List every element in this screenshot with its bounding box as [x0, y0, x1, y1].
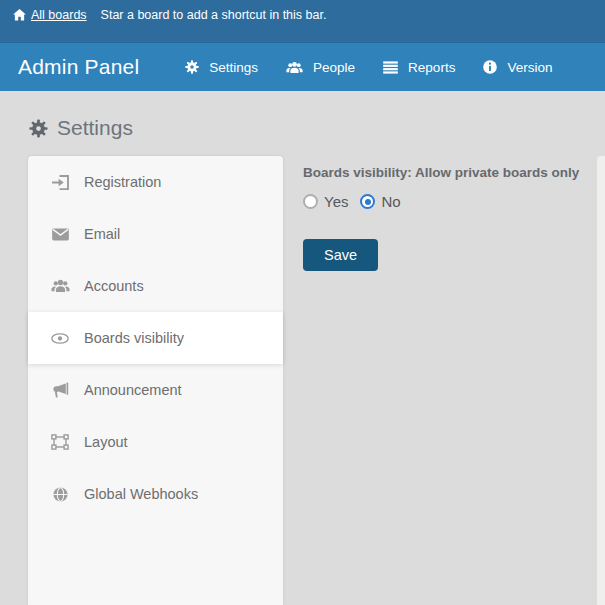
radio-group: Yes No	[303, 193, 593, 210]
people-icon	[286, 61, 303, 74]
bullhorn-icon	[50, 382, 70, 398]
nav-menu: Settings People Reports	[171, 52, 566, 83]
nav-item-label: Settings	[209, 60, 258, 75]
settings-sidebar: Registration Email Accounts	[28, 156, 283, 605]
radio-yes[interactable]	[303, 194, 318, 209]
setting-label: Boards visibility: Allow private boards …	[303, 165, 593, 180]
home-icon	[13, 9, 26, 21]
eye-icon	[50, 333, 70, 344]
nav-item-label: People	[313, 60, 355, 75]
sidebar-item-layout[interactable]: Layout	[28, 416, 283, 468]
list-icon	[383, 61, 398, 74]
layout-icon	[50, 434, 70, 450]
sidebar-item-label: Global Webhooks	[84, 486, 198, 502]
admin-navbar: Admin Panel Settings	[0, 42, 605, 91]
nav-item-label: Version	[507, 60, 552, 75]
sidebar-item-global-webhooks[interactable]: Global Webhooks	[28, 468, 283, 520]
page-title-label: Settings	[57, 116, 133, 140]
next-settings-panel-edge	[597, 156, 605, 605]
info-icon	[483, 60, 497, 74]
envelope-icon	[50, 228, 70, 241]
page-title: Settings	[29, 116, 133, 140]
radio-no-label[interactable]: No	[381, 193, 400, 210]
shortcut-bar-hint: Star a board to add a shortcut in this b…	[101, 8, 327, 22]
save-button[interactable]: Save	[303, 239, 378, 271]
sidebar-item-registration[interactable]: Registration	[28, 156, 283, 208]
nav-item-label: Reports	[408, 60, 455, 75]
app-title: Admin Panel	[0, 55, 139, 79]
gear-icon	[29, 119, 48, 138]
sidebar-item-boards-visibility[interactable]: Boards visibility	[28, 312, 283, 364]
sidebar-item-label: Layout	[84, 434, 128, 450]
boards-visibility-form: Boards visibility: Allow private boards …	[303, 165, 593, 271]
nav-item-settings[interactable]: Settings	[171, 52, 272, 83]
nav-item-people[interactable]: People	[272, 52, 369, 83]
globe-icon	[50, 487, 70, 502]
radio-yes-label[interactable]: Yes	[324, 193, 348, 210]
radio-option-yes[interactable]: Yes	[303, 193, 348, 210]
sidebar-item-label: Registration	[84, 174, 161, 190]
sidebar-item-email[interactable]: Email	[28, 208, 283, 260]
users-icon	[50, 279, 70, 293]
nav-item-version[interactable]: Version	[469, 52, 566, 83]
sign-in-icon	[50, 175, 70, 190]
sidebar-item-announcement[interactable]: Announcement	[28, 364, 283, 416]
shortcut-bar: All boards Star a board to add a shortcu…	[0, 0, 605, 42]
sidebar-item-accounts[interactable]: Accounts	[28, 260, 283, 312]
sidebar-item-label: Announcement	[84, 382, 182, 398]
gear-icon	[185, 60, 199, 74]
radio-option-no[interactable]: No	[360, 193, 400, 210]
radio-no[interactable]	[360, 194, 375, 209]
all-boards-link[interactable]: All boards	[13, 8, 87, 22]
nav-item-reports[interactable]: Reports	[369, 52, 469, 83]
sidebar-item-label: Accounts	[84, 278, 144, 294]
sidebar-item-label: Email	[84, 226, 120, 242]
sidebar-item-label: Boards visibility	[84, 330, 184, 346]
all-boards-label: All boards	[31, 8, 87, 22]
